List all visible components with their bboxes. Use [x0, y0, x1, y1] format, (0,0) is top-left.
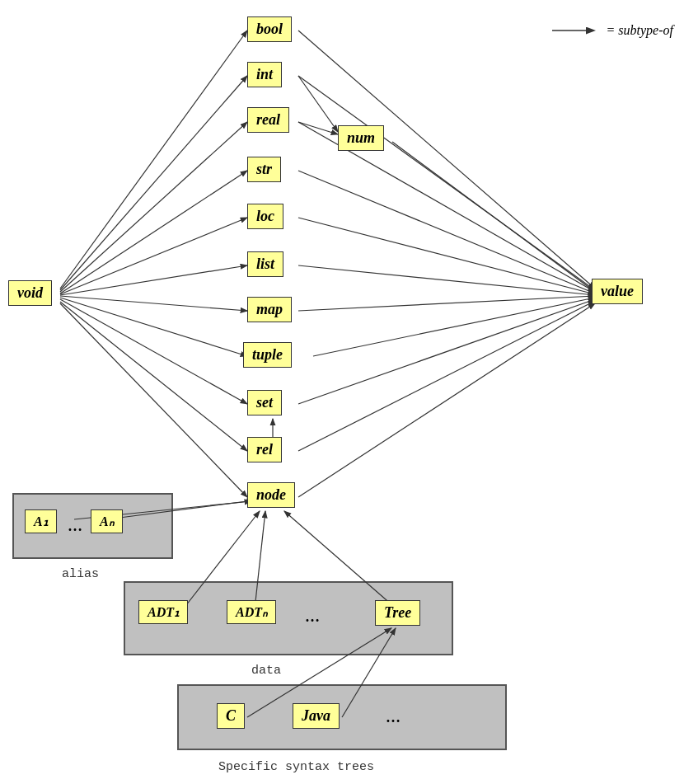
svg-line-2: [60, 76, 247, 290]
arrows-svg: [0, 0, 698, 784]
loc-node: loc: [247, 204, 283, 229]
svg-line-3: [60, 122, 247, 292]
svg-line-12: [298, 31, 595, 289]
svg-line-10: [60, 302, 247, 451]
data-label: data: [251, 664, 281, 678]
specific-ellipsis: …: [386, 709, 401, 726]
a1-node: A₁: [25, 509, 57, 533]
node-node: node: [247, 482, 295, 508]
svg-line-21: [298, 299, 595, 404]
alias-ellipsis: …: [68, 518, 82, 535]
adt1-node: ADT₁: [138, 600, 188, 624]
svg-line-7: [60, 296, 247, 311]
legend-label: = subtype-of: [607, 23, 673, 38]
map-node: map: [247, 297, 292, 322]
an-node: Aₙ: [91, 509, 123, 533]
svg-line-22: [298, 301, 595, 451]
svg-line-4: [60, 171, 247, 293]
svg-line-9: [60, 299, 247, 404]
svg-line-8: [60, 298, 247, 356]
adtn-node: ADTₙ: [227, 600, 276, 624]
list-node: list: [247, 251, 283, 277]
value-node: value: [592, 279, 643, 304]
java-node: Java: [293, 703, 340, 729]
tuple-node: tuple: [243, 342, 292, 368]
svg-line-13: [298, 76, 595, 290]
svg-line-20: [313, 298, 595, 356]
int-node: int: [247, 62, 282, 87]
svg-line-16: [298, 171, 595, 293]
num-node: num: [338, 125, 384, 151]
specific-label: Specific syntax trees: [218, 760, 374, 774]
svg-line-11: [60, 303, 247, 497]
svg-line-24: [298, 122, 338, 134]
svg-line-19: [298, 296, 595, 311]
set-node: set: [247, 390, 282, 415]
svg-line-23: [298, 303, 595, 497]
data-ellipsis: …: [305, 608, 320, 626]
svg-line-25: [298, 76, 338, 132]
alias-label: alias: [62, 567, 99, 581]
legend: = subtype-of: [552, 23, 673, 38]
rel-node: rel: [247, 437, 282, 462]
c-node: C: [217, 703, 245, 729]
real-node: real: [247, 107, 289, 133]
str-node: str: [247, 157, 281, 182]
svg-line-18: [298, 265, 595, 295]
svg-line-5: [60, 218, 247, 294]
svg-line-15: [392, 142, 595, 292]
svg-line-1: [60, 31, 247, 289]
tree-node: Tree: [375, 600, 420, 626]
void-node: void: [8, 280, 52, 306]
svg-line-17: [298, 218, 595, 294]
svg-line-6: [60, 265, 247, 295]
bool-node: bool: [247, 16, 292, 42]
